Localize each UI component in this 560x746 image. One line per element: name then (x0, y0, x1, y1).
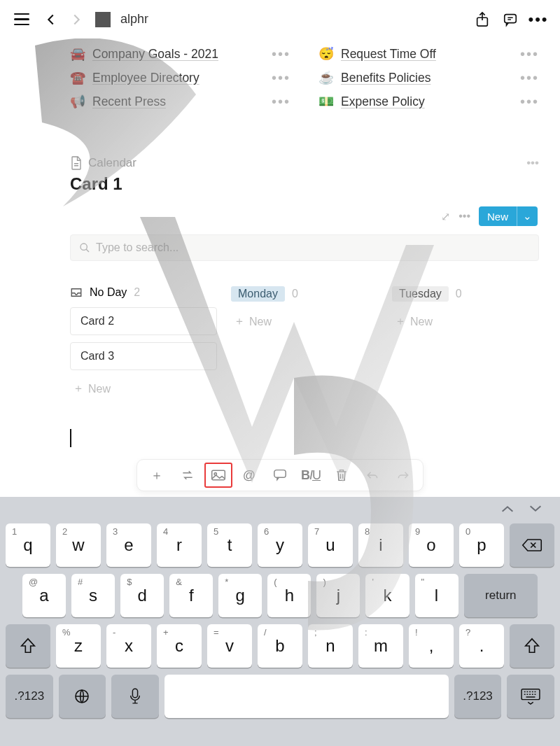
kanban-board: No Day 2Card 2Card 3＋NewMonday 0＋NewTues… (70, 286, 539, 400)
more-icon[interactable]: ••• (529, 10, 547, 29)
key-q[interactable]: 1q (6, 523, 50, 567)
key-z[interactable]: %z (56, 624, 101, 668)
key-m[interactable]: :m (358, 624, 403, 668)
key-g[interactable]: *g (218, 574, 262, 617)
lane-count: 0 (456, 288, 462, 300)
lane-title: No Day (90, 286, 127, 299)
keyboard-down-icon[interactable] (528, 504, 543, 516)
key-n[interactable]: ;n (308, 624, 353, 668)
key-t[interactable]: 5t (207, 523, 252, 567)
mention-icon[interactable]: @ (235, 463, 263, 488)
image-icon[interactable] (204, 463, 232, 488)
key-globe[interactable] (59, 675, 106, 718)
link-label: Benefits Policies (341, 71, 513, 85)
link-label: Expense Policy (341, 94, 513, 109)
search-input[interactable]: Type to search... (70, 234, 539, 261)
key-y[interactable]: 6y (258, 523, 302, 567)
key-a[interactable]: @a (22, 574, 66, 617)
menu-icon[interactable] (13, 10, 31, 29)
page-link-right-1[interactable]: ☕ Benefits Policies ••• (318, 66, 539, 90)
key-e[interactable]: 3e (106, 523, 151, 567)
turn-into-icon[interactable] (174, 463, 202, 488)
key-return[interactable]: return (464, 574, 538, 617)
key-s[interactable]: #s (71, 574, 115, 617)
breadcrumb-label: Calendar (88, 156, 136, 170)
key-shift[interactable] (6, 624, 50, 668)
page-link-left-1[interactable]: ☎️ Employee Directory ••• (70, 66, 290, 90)
link-more-icon[interactable]: ••• (272, 94, 290, 110)
key-f[interactable]: &f (169, 574, 213, 617)
key-j[interactable]: )j (316, 574, 360, 617)
lane-monday: Monday 0＋New (231, 286, 378, 400)
breadcrumb[interactable]: Calendar ••• (70, 155, 539, 171)
board-card[interactable]: Card 3 (70, 342, 217, 370)
key-x[interactable]: -x (106, 624, 151, 668)
text-editor-area[interactable] (70, 428, 539, 456)
page-link-left-0[interactable]: 🚘 Company Goals - 2021 ••• (70, 42, 290, 66)
text-format-icon[interactable]: BIU (297, 463, 325, 488)
link-more-icon[interactable]: ••• (520, 70, 539, 86)
key-k[interactable]: 'k (365, 574, 409, 617)
keyboard-up-icon[interactable] (500, 504, 515, 516)
plus-icon[interactable]: ＋ (143, 463, 171, 488)
top-bar: alphr ••• (0, 0, 560, 38)
trash-icon[interactable] (328, 463, 356, 488)
key-r[interactable]: 4r (157, 523, 202, 567)
link-more-icon[interactable]: ••• (272, 46, 290, 62)
key-l[interactable]: "l (415, 574, 458, 617)
page-links: 🚘 Company Goals - 2021 •••☎️ Employee Di… (70, 42, 539, 113)
page-icon (95, 12, 111, 27)
board-more-icon[interactable]: ••• (458, 210, 470, 223)
comments-icon[interactable] (501, 10, 519, 29)
key-mic[interactable] (111, 675, 159, 718)
key-b[interactable]: /b (258, 624, 302, 668)
chevron-down-icon[interactable]: ⌄ (517, 206, 538, 226)
redo-icon[interactable] (389, 463, 417, 488)
page-link-right-0[interactable]: 😴 Request Time Off ••• (318, 42, 539, 66)
link-more-icon[interactable]: ••• (272, 70, 290, 86)
key-switch-left[interactable]: .?123 (6, 675, 53, 718)
add-card-button[interactable]: ＋New (231, 310, 378, 333)
key-switch-right[interactable]: .?123 (454, 675, 502, 718)
back-arrow-icon[interactable] (42, 10, 60, 29)
key-.[interactable]: ?. (459, 624, 504, 668)
key-o[interactable]: 9o (409, 523, 454, 567)
link-emoji: 📢 (70, 94, 85, 109)
comment-icon[interactable] (266, 463, 294, 488)
board-card[interactable]: Card 2 (70, 307, 217, 335)
key-backspace[interactable] (510, 523, 554, 567)
key-shift[interactable] (510, 624, 554, 668)
key-space[interactable] (164, 675, 449, 718)
link-more-icon[interactable]: ••• (520, 94, 539, 110)
page-link-left-2[interactable]: 📢 Recent Press ••• (70, 90, 290, 113)
link-emoji: ☕ (318, 70, 334, 85)
link-more-icon[interactable]: ••• (520, 46, 539, 62)
lane-count: 0 (292, 288, 298, 300)
new-button[interactable]: New ⌄ (479, 206, 538, 226)
link-label: Employee Directory (92, 71, 265, 85)
forward-arrow-icon[interactable] (67, 10, 85, 29)
expand-icon[interactable]: ⤢ (441, 210, 450, 223)
key-p[interactable]: 0p (459, 523, 504, 567)
link-emoji: ☎️ (70, 70, 85, 85)
key-i[interactable]: 8i (358, 523, 403, 567)
lane-noday: No Day 2Card 2Card 3＋New (70, 286, 217, 400)
key-d[interactable]: $d (120, 574, 164, 617)
key-c[interactable]: +c (157, 624, 202, 668)
key-h[interactable]: (h (267, 574, 311, 617)
key-u[interactable]: 7u (308, 523, 353, 567)
key-w[interactable]: 2w (56, 523, 101, 567)
key-,[interactable]: !, (409, 624, 454, 668)
add-card-button[interactable]: ＋New (70, 377, 217, 400)
key-v[interactable]: =v (207, 624, 252, 668)
link-label: Company Goals - 2021 (92, 47, 265, 62)
undo-icon[interactable] (358, 463, 386, 488)
lane-title: Tuesday (392, 286, 449, 302)
key-hide-keyboard[interactable] (507, 675, 554, 718)
add-card-button[interactable]: ＋New (392, 310, 539, 333)
link-emoji: 😴 (318, 46, 334, 62)
share-icon[interactable] (473, 10, 491, 29)
svg-rect-7 (132, 689, 137, 698)
link-label: Recent Press (92, 94, 265, 109)
page-link-right-2[interactable]: 💵 Expense Policy ••• (318, 90, 539, 113)
